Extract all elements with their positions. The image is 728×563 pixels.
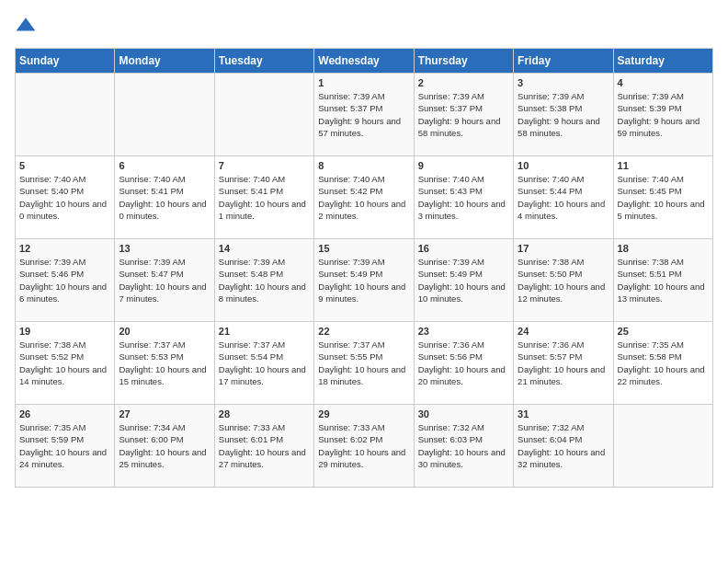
- calendar-cell: 22Sunrise: 7:37 AMSunset: 5:55 PMDayligh…: [314, 322, 414, 405]
- cell-info: Sunrise: 7:39 AMSunset: 5:49 PMDaylight:…: [418, 256, 509, 304]
- day-number: 31: [518, 408, 609, 419]
- calendar-cell: [214, 74, 313, 156]
- calendar-cell: 19Sunrise: 7:38 AMSunset: 5:52 PMDayligh…: [16, 322, 115, 405]
- calendar-cell: 18Sunrise: 7:38 AMSunset: 5:51 PMDayligh…: [613, 239, 712, 322]
- day-number: 26: [19, 408, 110, 419]
- day-number: 19: [19, 326, 110, 337]
- logo-icon: [15, 15, 37, 37]
- day-header-tuesday: Tuesday: [214, 49, 313, 74]
- calendar-cell: [16, 74, 115, 156]
- cell-info: Sunrise: 7:38 AMSunset: 5:50 PMDaylight:…: [518, 256, 609, 304]
- cell-info: Sunrise: 7:39 AMSunset: 5:37 PMDaylight:…: [318, 90, 409, 139]
- calendar-cell: 13Sunrise: 7:39 AMSunset: 5:47 PMDayligh…: [115, 239, 214, 322]
- cell-info: Sunrise: 7:34 AMSunset: 6:00 PMDaylight:…: [119, 421, 210, 470]
- calendar-cell: 1Sunrise: 7:39 AMSunset: 5:37 PMDaylight…: [314, 74, 414, 156]
- day-number: 1: [318, 77, 409, 88]
- calendar-cell: 20Sunrise: 7:37 AMSunset: 5:53 PMDayligh…: [115, 322, 214, 405]
- day-number: 22: [318, 326, 409, 337]
- calendar-cell: 17Sunrise: 7:38 AMSunset: 5:50 PMDayligh…: [514, 239, 613, 322]
- day-number: 4: [618, 77, 709, 88]
- day-number: 23: [418, 326, 509, 337]
- logo: [15, 15, 40, 37]
- calendar-cell: 2Sunrise: 7:39 AMSunset: 5:37 PMDaylight…: [414, 74, 513, 156]
- cell-info: Sunrise: 7:40 AMSunset: 5:42 PMDaylight:…: [318, 173, 409, 222]
- calendar-cell: 7Sunrise: 7:40 AMSunset: 5:41 PMDaylight…: [214, 156, 313, 239]
- day-number: 30: [418, 408, 509, 419]
- day-number: 10: [518, 160, 609, 171]
- cell-info: Sunrise: 7:40 AMSunset: 5:40 PMDaylight:…: [19, 173, 110, 222]
- calendar-cell: 16Sunrise: 7:39 AMSunset: 5:49 PMDayligh…: [414, 239, 513, 322]
- day-number: 17: [518, 243, 609, 254]
- day-number: 15: [318, 243, 409, 254]
- calendar-cell: 29Sunrise: 7:33 AMSunset: 6:02 PMDayligh…: [314, 405, 414, 488]
- calendar-cell: [115, 74, 214, 156]
- calendar-cell: 21Sunrise: 7:37 AMSunset: 5:54 PMDayligh…: [214, 322, 313, 405]
- calendar-cell: 30Sunrise: 7:32 AMSunset: 6:03 PMDayligh…: [414, 405, 513, 488]
- calendar-cell: 25Sunrise: 7:35 AMSunset: 5:58 PMDayligh…: [613, 322, 712, 405]
- cell-info: Sunrise: 7:36 AMSunset: 5:56 PMDaylight:…: [418, 339, 509, 387]
- cell-info: Sunrise: 7:39 AMSunset: 5:48 PMDaylight:…: [219, 256, 310, 304]
- cell-info: Sunrise: 7:40 AMSunset: 5:44 PMDaylight:…: [518, 173, 609, 222]
- calendar-cell: 27Sunrise: 7:34 AMSunset: 6:00 PMDayligh…: [115, 405, 214, 488]
- day-header-thursday: Thursday: [414, 49, 513, 74]
- cell-info: Sunrise: 7:40 AMSunset: 5:41 PMDaylight:…: [219, 173, 310, 222]
- day-number: 29: [318, 408, 409, 419]
- day-number: 16: [418, 243, 509, 254]
- cell-info: Sunrise: 7:40 AMSunset: 5:43 PMDaylight:…: [418, 173, 509, 222]
- calendar-table: SundayMondayTuesdayWednesdayThursdayFrid…: [15, 48, 713, 488]
- week-row-4: 19Sunrise: 7:38 AMSunset: 5:52 PMDayligh…: [16, 322, 713, 405]
- page-header: [15, 15, 713, 37]
- calendar-cell: 12Sunrise: 7:39 AMSunset: 5:46 PMDayligh…: [16, 239, 115, 322]
- cell-info: Sunrise: 7:39 AMSunset: 5:38 PMDaylight:…: [518, 90, 609, 139]
- day-number: 11: [618, 160, 709, 171]
- day-number: 3: [518, 77, 609, 88]
- cell-info: Sunrise: 7:36 AMSunset: 5:57 PMDaylight:…: [518, 339, 609, 387]
- day-number: 28: [219, 408, 310, 419]
- day-number: 12: [19, 243, 110, 254]
- cell-info: Sunrise: 7:37 AMSunset: 5:54 PMDaylight:…: [219, 339, 310, 387]
- cell-info: Sunrise: 7:38 AMSunset: 5:52 PMDaylight:…: [19, 339, 110, 387]
- week-row-2: 5Sunrise: 7:40 AMSunset: 5:40 PMDaylight…: [16, 156, 713, 239]
- day-number: 18: [618, 243, 709, 254]
- cell-info: Sunrise: 7:32 AMSunset: 6:04 PMDaylight:…: [518, 421, 609, 470]
- cell-info: Sunrise: 7:33 AMSunset: 6:01 PMDaylight:…: [219, 421, 310, 470]
- calendar-cell: 9Sunrise: 7:40 AMSunset: 5:43 PMDaylight…: [414, 156, 513, 239]
- day-number: 14: [219, 243, 310, 254]
- day-number: 27: [119, 408, 210, 419]
- day-number: 9: [418, 160, 509, 171]
- calendar-cell: 24Sunrise: 7:36 AMSunset: 5:57 PMDayligh…: [514, 322, 613, 405]
- day-number: 6: [119, 160, 210, 171]
- day-number: 24: [518, 326, 609, 337]
- calendar-cell: 5Sunrise: 7:40 AMSunset: 5:40 PMDaylight…: [16, 156, 115, 239]
- cell-info: Sunrise: 7:33 AMSunset: 6:02 PMDaylight:…: [318, 421, 409, 470]
- calendar-cell: 10Sunrise: 7:40 AMSunset: 5:44 PMDayligh…: [514, 156, 613, 239]
- calendar-cell: 6Sunrise: 7:40 AMSunset: 5:41 PMDaylight…: [115, 156, 214, 239]
- cell-info: Sunrise: 7:35 AMSunset: 5:58 PMDaylight:…: [618, 339, 709, 387]
- calendar-cell: 4Sunrise: 7:39 AMSunset: 5:39 PMDaylight…: [613, 74, 712, 156]
- cell-info: Sunrise: 7:35 AMSunset: 5:59 PMDaylight:…: [19, 421, 110, 470]
- day-number: 21: [219, 326, 310, 337]
- calendar-cell: 14Sunrise: 7:39 AMSunset: 5:48 PMDayligh…: [214, 239, 313, 322]
- calendar-cell: 15Sunrise: 7:39 AMSunset: 5:49 PMDayligh…: [314, 239, 414, 322]
- cell-info: Sunrise: 7:39 AMSunset: 5:47 PMDaylight:…: [119, 256, 210, 304]
- day-header-monday: Monday: [115, 49, 214, 74]
- calendar-cell: 28Sunrise: 7:33 AMSunset: 6:01 PMDayligh…: [214, 405, 313, 488]
- day-header-sunday: Sunday: [16, 49, 115, 74]
- week-row-1: 1Sunrise: 7:39 AMSunset: 5:37 PMDaylight…: [16, 74, 713, 156]
- cell-info: Sunrise: 7:37 AMSunset: 5:55 PMDaylight:…: [318, 339, 409, 387]
- day-number: 8: [318, 160, 409, 171]
- cell-info: Sunrise: 7:40 AMSunset: 5:41 PMDaylight:…: [119, 173, 210, 222]
- day-header-friday: Friday: [514, 49, 613, 74]
- day-number: 5: [19, 160, 110, 171]
- calendar-cell: [613, 405, 712, 488]
- calendar-cell: 11Sunrise: 7:40 AMSunset: 5:45 PMDayligh…: [613, 156, 712, 239]
- calendar-cell: 31Sunrise: 7:32 AMSunset: 6:04 PMDayligh…: [514, 405, 613, 488]
- day-number: 2: [418, 77, 509, 88]
- day-header-wednesday: Wednesday: [314, 49, 414, 74]
- calendar-cell: 26Sunrise: 7:35 AMSunset: 5:59 PMDayligh…: [16, 405, 115, 488]
- calendar-cell: 23Sunrise: 7:36 AMSunset: 5:56 PMDayligh…: [414, 322, 513, 405]
- cell-info: Sunrise: 7:37 AMSunset: 5:53 PMDaylight:…: [119, 339, 210, 387]
- cell-info: Sunrise: 7:32 AMSunset: 6:03 PMDaylight:…: [418, 421, 509, 470]
- day-number: 20: [119, 326, 210, 337]
- cell-info: Sunrise: 7:40 AMSunset: 5:45 PMDaylight:…: [618, 173, 709, 222]
